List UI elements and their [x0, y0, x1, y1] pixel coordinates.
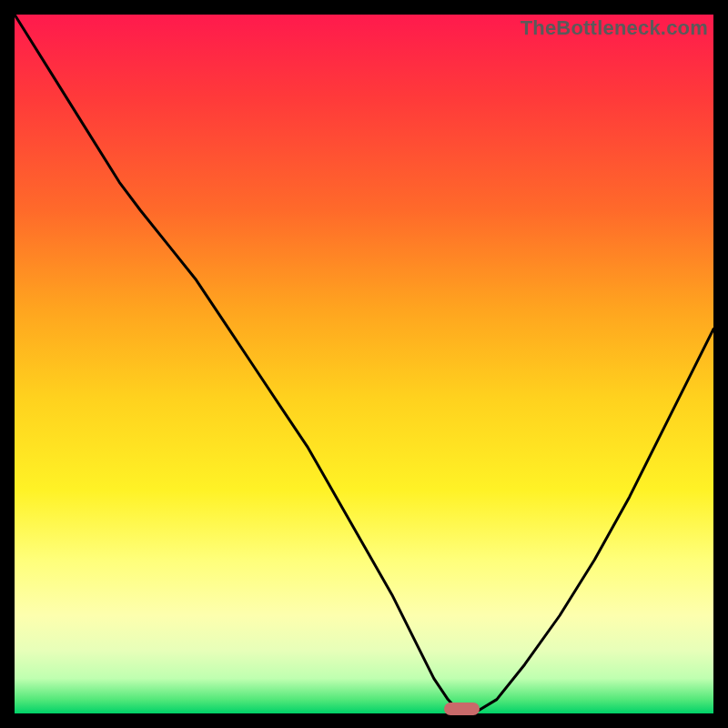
plot-area: TheBottleneck.com: [15, 15, 713, 713]
bottleneck-curve: [15, 15, 713, 713]
chart-frame: TheBottleneck.com: [0, 0, 728, 728]
optimum-marker: [444, 703, 479, 715]
